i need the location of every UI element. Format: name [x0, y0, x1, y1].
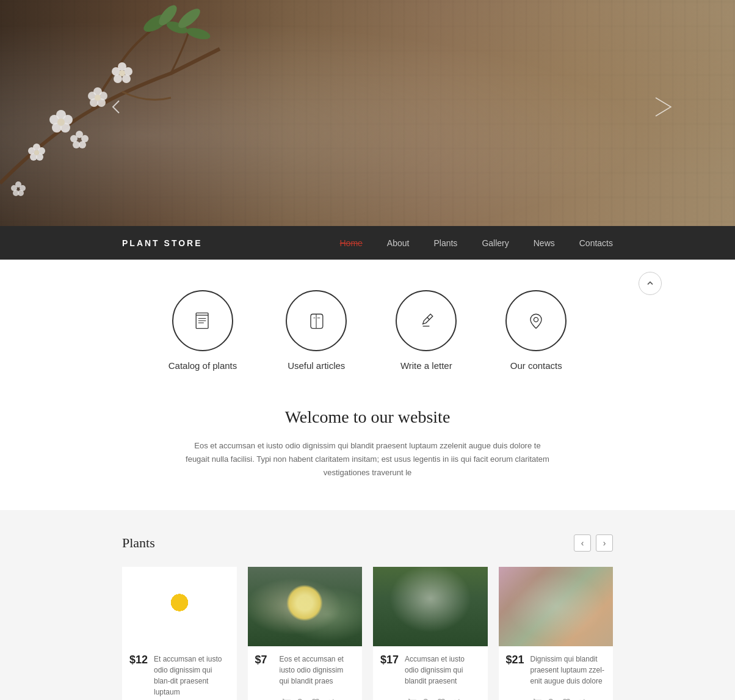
- cart-icon-3[interactable]: [407, 697, 418, 700]
- feature-catalog: Catalog of plants: [168, 290, 237, 371]
- product-desc-1: Et accumsan et iusto odio dignissim qui …: [154, 654, 230, 698]
- product-image-1: [122, 567, 237, 646]
- svg-point-22: [34, 150, 39, 155]
- product-image-4: [499, 567, 614, 646]
- feature-letter: Write a letter: [396, 290, 457, 371]
- product-card-3: $17 Accumsan et iusto odio dignissim qui…: [373, 567, 488, 700]
- product-icons-4: [532, 697, 587, 700]
- cart-icon-2[interactable]: [281, 697, 292, 700]
- plants-header: Plants ‹ ›: [122, 534, 613, 552]
- product-card-4: $21 Dignissim qui blandit praesent lupta…: [499, 567, 614, 700]
- svg-point-10: [57, 118, 65, 126]
- plants-title: Plants: [122, 535, 155, 551]
- hero-flowers-svg: [0, 0, 262, 226]
- product-image-2: [248, 567, 363, 646]
- product-info-2: $7 Eos et accumsan et iusto odio digniss…: [248, 646, 363, 694]
- svg-point-3: [175, 5, 203, 31]
- zoom-icon-4[interactable]: [546, 697, 557, 700]
- nav-item-about[interactable]: About: [387, 238, 410, 249]
- nav-item-gallery[interactable]: Gallery: [482, 238, 509, 249]
- heart-icon-3[interactable]: [436, 697, 447, 700]
- product-icons-2: [281, 697, 336, 700]
- hero-banner: [0, 0, 735, 226]
- svg-point-24: [124, 67, 132, 76]
- svg-point-27: [112, 67, 120, 76]
- product-price-2: $7: [255, 654, 273, 666]
- product-image-3: [373, 567, 488, 646]
- product-info-3: $17 Accumsan et iusto odio dignissim qui…: [373, 646, 488, 694]
- product-info-1: $12 Et accumsan et iusto odio dignissim …: [122, 646, 237, 700]
- nav-link-gallery[interactable]: Gallery: [482, 238, 509, 248]
- nav-item-news[interactable]: News: [534, 238, 555, 249]
- product-card-2: $7 Eos et accumsan et iusto odio digniss…: [248, 567, 363, 700]
- plants-prev-button[interactable]: ‹: [574, 534, 591, 552]
- nav-links: Home About Plants Gallery News Contacts: [340, 238, 614, 249]
- plants-nav: ‹ ›: [574, 534, 613, 552]
- product-desc-2: Eos et accumsan et iusto odio dignissim …: [280, 654, 355, 687]
- compare-icon-3[interactable]: [451, 697, 462, 700]
- contacts-label: Our contacts: [510, 360, 562, 371]
- product-card-1: $12 Et accumsan et iusto odio dignissim …: [122, 567, 237, 700]
- welcome-description: Eos et accumsan et iusto odio dignissim …: [184, 439, 551, 479]
- svg-line-53: [427, 318, 430, 320]
- plants-next-button[interactable]: ›: [596, 534, 613, 552]
- product-actions-4: more: [499, 694, 614, 700]
- nav-item-home[interactable]: Home: [340, 238, 363, 249]
- svg-point-33: [11, 185, 17, 191]
- articles-label: Useful articles: [288, 360, 345, 371]
- product-desc-3: Accumsan et iusto odio dignissim qui bla…: [405, 654, 480, 687]
- letter-label: Write a letter: [400, 360, 452, 371]
- product-icons-3: [407, 697, 462, 700]
- heart-icon-4[interactable]: [561, 697, 572, 700]
- svg-point-28: [119, 70, 125, 76]
- product-actions-3: more: [373, 694, 488, 700]
- welcome-section: Welcome to our website Eos et accumsan e…: [0, 395, 735, 510]
- product-price-4: $21: [506, 654, 524, 666]
- plants-section: Plants ‹ › $12 Et accumsan et iusto odio…: [0, 510, 735, 700]
- welcome-title: Welcome to our website: [122, 407, 613, 427]
- brand-logo: PLANT STORE: [122, 238, 203, 248]
- product-info-4: $21 Dignissim qui blandit praesent lupta…: [499, 646, 614, 694]
- product-price-1: $12: [129, 654, 148, 666]
- product-price-3: $17: [380, 654, 399, 666]
- nav-item-contacts[interactable]: Contacts: [579, 238, 613, 249]
- svg-point-16: [95, 95, 101, 101]
- catalog-label: Catalog of plants: [168, 360, 237, 371]
- svg-point-4: [186, 26, 212, 42]
- product-actions-2: more: [248, 694, 363, 700]
- nav-link-about[interactable]: About: [387, 238, 410, 248]
- nav-link-plants[interactable]: Plants: [433, 238, 457, 248]
- navigation: PLANT STORE Home About Plants Gallery Ne…: [0, 226, 735, 260]
- compare-icon-4[interactable]: [576, 697, 587, 700]
- nav-item-plants[interactable]: Plants: [433, 238, 457, 249]
- zoom-icon-3[interactable]: [421, 697, 432, 700]
- features-grid: Catalog of plants Useful articles: [61, 290, 674, 371]
- heart-icon-2[interactable]: [310, 697, 321, 700]
- compare-icon-2[interactable]: [325, 697, 336, 700]
- feature-articles: Useful articles: [286, 290, 347, 371]
- feature-contacts: Our contacts: [505, 290, 567, 371]
- product-desc-4: Dignissim qui blandit praesent luptaum z…: [530, 654, 606, 687]
- cart-icon-4[interactable]: [532, 697, 543, 700]
- features-section: Catalog of plants Useful articles: [0, 260, 735, 395]
- letter-icon-circle[interactable]: [396, 290, 457, 351]
- contacts-icon-circle[interactable]: [505, 290, 567, 351]
- hero-arrow-left[interactable]: [104, 95, 128, 119]
- products-grid: $12 Et accumsan et iusto odio dignissim …: [122, 567, 613, 700]
- svg-point-55: [534, 318, 538, 322]
- svg-point-38: [70, 135, 78, 142]
- hero-arrow-right[interactable]: [650, 95, 680, 119]
- nav-link-contacts[interactable]: Contacts: [579, 238, 613, 248]
- scroll-up-button[interactable]: [639, 272, 662, 295]
- nav-link-news[interactable]: News: [534, 238, 555, 248]
- zoom-icon-2[interactable]: [295, 697, 306, 700]
- catalog-icon-circle[interactable]: [172, 290, 233, 351]
- articles-icon-circle[interactable]: [286, 290, 347, 351]
- nav-link-home[interactable]: Home: [340, 238, 363, 248]
